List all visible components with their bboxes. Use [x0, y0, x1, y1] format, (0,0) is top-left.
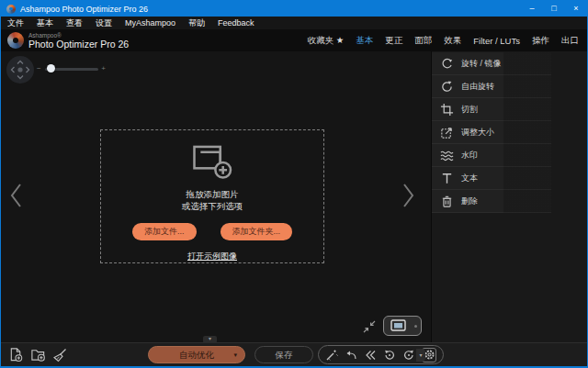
close-button[interactable]: × [565, 1, 587, 17]
add-folder-button[interactable] [30, 347, 46, 362]
edit-group-dropdown[interactable]: ▾ [416, 349, 425, 362]
brand-product: Photo Optimizer Pro 26 [28, 39, 129, 50]
rotate-left-button[interactable] [383, 349, 396, 362]
dropzone-buttons: 添加文件... 添加文件夹... [132, 223, 292, 240]
add-image-icon [191, 144, 233, 180]
trash-icon [439, 194, 454, 208]
resize-icon [439, 125, 454, 139]
open-sample-image-link[interactable]: 打开示例图像 [187, 251, 237, 262]
window-title: Ashampoo Photo Optimizer Pro 26 [20, 5, 148, 14]
crop-icon [439, 102, 454, 117]
compare-toggle-dot [414, 325, 417, 328]
panel-collapse-handle[interactable]: ▾ [203, 336, 217, 343]
add-folder-button[interactable]: 添加文件夹... [220, 223, 293, 240]
undo-all-button[interactable] [364, 349, 377, 362]
tool-label: 删除 [461, 195, 478, 207]
clear-list-button[interactable] [52, 348, 67, 362]
rotate-right-button[interactable] [402, 349, 415, 362]
titlebar: Ashampoo Photo Optimizer Pro 26 – □ × [1, 1, 587, 17]
menu-myashampoo[interactable]: MyAshampoo [125, 17, 175, 29]
tool-delete[interactable]: 删除 [432, 190, 551, 213]
next-image-button[interactable] [401, 182, 416, 209]
free-rotate-icon [439, 79, 454, 94]
tool-label: 自由旋转 [461, 81, 494, 93]
drop-zone[interactable]: 拖放添加图片 或选择下列选项 添加文件... 添加文件夹... 打开示例图像 [100, 129, 324, 263]
tools-sidebar: 旋转 / 镜像 自由旋转 切割 [431, 51, 587, 342]
magic-wand-button[interactable] [325, 349, 338, 362]
rotate-right-icon [402, 349, 415, 362]
tool-crop[interactable]: 切割 [432, 98, 551, 121]
tool-label: 旋转 / 镜像 [461, 58, 502, 70]
menu-feedback[interactable]: Feedback [218, 17, 254, 29]
collapse-arrows-icon [363, 320, 376, 333]
pan-control[interactable] [6, 56, 34, 84]
menubar: 文件 基本 查看 设置 MyAshampoo 帮助 Feedback [1, 17, 587, 29]
main-area: − + [1, 51, 587, 342]
menu-view[interactable]: 查看 [66, 17, 83, 29]
app-icon [6, 5, 16, 14]
header: Ashampoo® Photo Optimizer Pro 26 收藏夹 ★ 基… [1, 29, 587, 51]
menu-basic[interactable]: 基本 [37, 17, 53, 29]
zoom-out-label: − [37, 64, 41, 73]
app-window: Ashampoo Photo Optimizer Pro 26 – □ × 文件… [0, 0, 588, 368]
zoom-slider-knob[interactable] [47, 64, 55, 72]
window-controls: – □ × [521, 1, 587, 17]
tab-filter-luts[interactable]: Filter / LUTs [473, 36, 520, 46]
undo-button[interactable] [345, 349, 357, 362]
rotate-left-icon [383, 349, 396, 362]
rotate-mirror-icon [439, 56, 454, 71]
watermark-icon [439, 148, 454, 162]
undo-icon [345, 349, 357, 362]
brand-block: Ashampoo® Photo Optimizer Pro 26 [28, 32, 129, 50]
tab-favorites[interactable]: 收藏夹 ★ [308, 35, 345, 47]
compare-view-toggle[interactable] [383, 316, 422, 336]
dropzone-line2: 或选择下列选项 [182, 200, 243, 212]
chevron-right-icon [401, 182, 416, 209]
add-folder-icon [30, 347, 46, 362]
chevron-left-icon [8, 182, 24, 209]
pan-arrows-icon [6, 56, 34, 84]
ashampoo-logo-icon [7, 32, 24, 49]
zoom-slider[interactable]: − + [43, 64, 104, 73]
tool-resize[interactable]: 调整大小 [432, 121, 551, 144]
text-icon [439, 171, 454, 185]
tab-correction[interactable]: 更正 [385, 35, 402, 47]
undo-all-icon [364, 349, 377, 362]
add-file-icon [8, 347, 24, 362]
bottom-left-actions [8, 347, 67, 362]
auto-optimize-label: 自动优化 [179, 350, 214, 360]
tab-basic[interactable]: 基本 [356, 35, 373, 47]
broom-icon [52, 348, 67, 362]
menu-settings[interactable]: 设置 [96, 17, 112, 29]
tab-face[interactable]: 面部 [414, 35, 432, 47]
auto-optimize-button[interactable]: 自动优化 ▾ [148, 346, 245, 363]
add-files-button[interactable]: 添加文件... [132, 223, 197, 240]
image-canvas: − + [1, 51, 431, 342]
bottom-toolbar: ▾ [1, 342, 587, 366]
tab-operations[interactable]: 操作 [532, 35, 549, 47]
tool-label: 水印 [461, 150, 478, 162]
tab-export[interactable]: 出口 [561, 35, 579, 47]
brand-company: Ashampoo® [28, 32, 129, 39]
tool-label: 调整大小 [461, 127, 494, 139]
dropzone-line1: 拖放添加图片 [182, 188, 243, 200]
minimize-button[interactable]: – [521, 1, 543, 17]
tool-rotate-mirror[interactable]: 旋转 / 镜像 [432, 52, 551, 75]
nav-tabs: 收藏夹 ★ 基本 更正 面部 效果 Filter / LUTs 操作 出口 [308, 35, 587, 47]
magic-wand-icon [325, 349, 338, 362]
zoom-in-label: + [101, 64, 106, 73]
tool-label: 文本 [461, 173, 478, 184]
tool-text[interactable]: 文本 [432, 167, 551, 190]
tab-effects[interactable]: 效果 [444, 35, 461, 47]
fit-to-window-button[interactable] [363, 320, 376, 333]
previous-image-button[interactable] [8, 182, 24, 209]
tool-label: 切割 [461, 104, 478, 116]
maximize-button[interactable]: □ [543, 1, 565, 17]
menu-file[interactable]: 文件 [7, 17, 24, 29]
auto-optimize-caret-icon[interactable]: ▾ [233, 347, 237, 362]
menu-help[interactable]: 帮助 [188, 17, 205, 29]
tool-watermark[interactable]: 水印 [432, 144, 551, 167]
save-button[interactable]: 保存 [254, 346, 313, 363]
add-file-button[interactable] [8, 347, 24, 362]
tool-free-rotate[interactable]: 自由旋转 [432, 75, 551, 98]
